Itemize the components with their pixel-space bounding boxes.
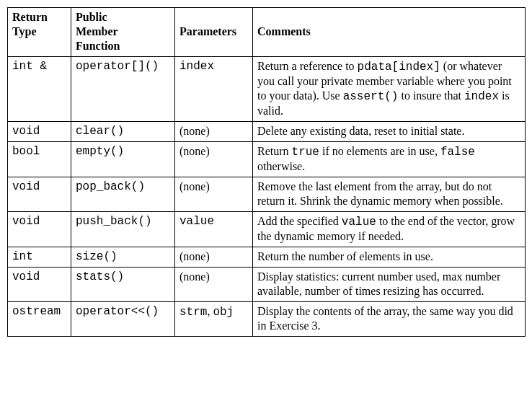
cell-return-type: void: [8, 177, 71, 212]
header-text: Function: [76, 40, 120, 52]
cell-comments: Return the number of elements in use.: [253, 247, 526, 268]
cell-comments: Return true if no elements are in use, f…: [253, 142, 526, 177]
header-text: Type: [12, 25, 36, 37]
header-return-type: Return Type: [8, 8, 71, 57]
cell-return-type: ostream: [8, 302, 71, 337]
cell-member-function: stats(): [71, 268, 175, 302]
table-row: int size() (none) Return the number of e…: [8, 247, 526, 268]
header-text: Comments: [257, 25, 311, 37]
member-functions-table: Return Type Public Member Function Param…: [7, 7, 526, 337]
cell-comments: Remove the last element from the array, …: [253, 177, 526, 212]
param-text: strm: [179, 306, 207, 319]
cell-parameters: (none): [175, 247, 253, 268]
text: if no elements are in use,: [319, 145, 440, 157]
text: Return the number of elements in use.: [257, 250, 433, 262]
text: otherwise.: [257, 160, 305, 172]
code-text: value: [342, 216, 376, 229]
cell-parameters: strm, obj: [175, 302, 253, 337]
cell-parameters: (none): [175, 142, 253, 177]
cell-comments: Return a reference to pdata[index] (or w…: [253, 57, 526, 122]
cell-parameters: (none): [175, 177, 253, 212]
text: Return a reference to: [257, 60, 358, 72]
code-text: pdata[index]: [358, 61, 440, 74]
cell-comments: Delete any existing data, reset to initi…: [253, 122, 526, 142]
cell-return-type: void: [8, 122, 71, 142]
header-comments: Comments: [253, 8, 526, 57]
cell-comments: Add the specified value to the end of th…: [253, 212, 526, 247]
cell-member-function: pop_back(): [71, 177, 175, 212]
text: Delete any existing data, reset to initi…: [257, 125, 464, 137]
cell-comments: Display statistics: current number used,…: [253, 268, 526, 302]
header-text: Return: [12, 11, 48, 23]
table-row: bool empty() (none) Return true if no el…: [8, 142, 526, 177]
param-text: obj: [213, 306, 234, 319]
header-parameters: Parameters: [175, 8, 253, 57]
cell-return-type: int &: [8, 57, 71, 122]
table-row: ostream operator<<() strm, obj Display t…: [8, 302, 526, 337]
code-text: true: [292, 146, 319, 159]
cell-comments: Display the contents of the array, the s…: [253, 302, 526, 337]
text: Add the specified: [257, 215, 342, 227]
cell-return-type: void: [8, 212, 71, 247]
text: Display statistics: current number used,…: [257, 270, 500, 297]
text: Remove the last element from the array, …: [257, 180, 503, 207]
cell-member-function: operator[](): [71, 57, 175, 122]
cell-return-type: bool: [8, 142, 71, 177]
cell-parameters: value: [175, 212, 253, 247]
text: Display the contents of the array, the s…: [257, 305, 513, 332]
code-text: false: [440, 146, 475, 159]
cell-member-function: clear(): [71, 122, 175, 142]
cell-member-function: size(): [71, 247, 175, 268]
cell-member-function: empty(): [71, 142, 175, 177]
cell-parameters: index: [175, 57, 253, 122]
cell-member-function: push_back(): [71, 212, 175, 247]
table-header-row: Return Type Public Member Function Param…: [8, 8, 526, 57]
cell-parameters: (none): [175, 268, 253, 302]
cell-parameters: (none): [175, 122, 253, 142]
code-text: index: [464, 90, 499, 103]
cell-return-type: void: [8, 268, 71, 302]
table-row: int & operator[]() index Return a refere…: [8, 57, 526, 122]
header-text: Member: [76, 25, 118, 37]
cell-return-type: int: [8, 247, 71, 268]
text: to insure that: [398, 89, 464, 102]
header-text: Parameters: [179, 25, 236, 37]
header-member-function: Public Member Function: [71, 8, 175, 57]
table-row: void pop_back() (none) Remove the last e…: [8, 177, 526, 212]
table-row: void clear() (none) Delete any existing …: [8, 122, 526, 142]
table-row: void stats() (none) Display statistics: …: [8, 268, 526, 302]
header-text: Public: [76, 11, 107, 23]
table-row: void push_back() value Add the specified…: [8, 212, 526, 247]
code-text: assert(): [343, 90, 399, 103]
text: Return: [257, 145, 292, 157]
cell-member-function: operator<<(): [71, 302, 175, 337]
